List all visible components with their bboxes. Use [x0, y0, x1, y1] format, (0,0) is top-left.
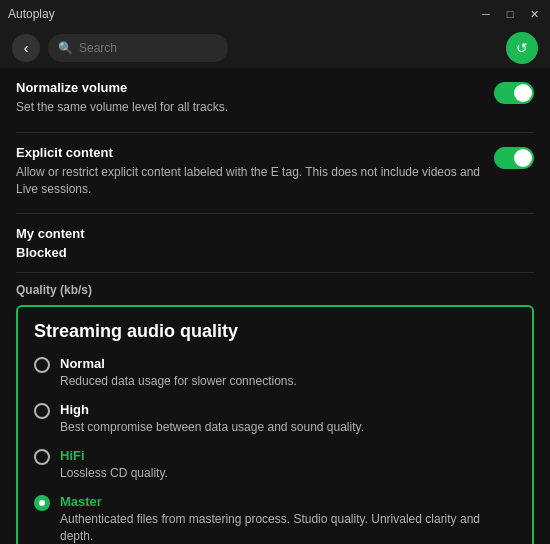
quality-desc-hifi: Lossless CD quality.: [60, 465, 168, 482]
my-content-section: My content Blocked: [16, 214, 534, 273]
quality-option-master[interactable]: Master Authenticated files from masterin…: [34, 494, 516, 544]
my-content-title: My content: [16, 226, 534, 241]
radio-master[interactable]: [34, 495, 50, 511]
explicit-content-desc: Allow or restrict explicit content label…: [16, 164, 482, 198]
explicit-content-section: Explicit content Allow or restrict expli…: [16, 133, 534, 215]
search-box[interactable]: 🔍: [48, 34, 228, 62]
close-button[interactable]: ✕: [526, 6, 542, 22]
radio-normal[interactable]: [34, 357, 50, 373]
quality-desc-normal: Reduced data usage for slower connection…: [60, 373, 297, 390]
quality-name-master: Master: [60, 494, 516, 509]
normalize-volume-section: Normalize volume Set the same volume lev…: [16, 68, 534, 133]
quality-desc-high: Best compromise between data usage and s…: [60, 419, 364, 436]
explicit-content-toggle[interactable]: [494, 147, 534, 169]
refresh-icon: ↺: [516, 40, 528, 56]
blocked-label: Blocked: [16, 245, 534, 260]
search-icon: 🔍: [58, 41, 73, 55]
normalize-volume-row: Normalize volume Set the same volume lev…: [16, 80, 534, 120]
normalize-volume-desc: Set the same volume level for all tracks…: [16, 99, 482, 116]
quality-name-hifi: HiFi: [60, 448, 168, 463]
normalize-volume-info: Normalize volume Set the same volume lev…: [16, 80, 482, 120]
radio-high[interactable]: [34, 403, 50, 419]
quality-name-normal: Normal: [60, 356, 297, 371]
quality-info-high: High Best compromise between data usage …: [60, 402, 364, 436]
radio-hifi[interactable]: [34, 449, 50, 465]
maximize-button[interactable]: □: [502, 6, 518, 22]
quality-label: Quality (kb/s): [16, 273, 534, 305]
normalize-volume-toggle[interactable]: [494, 82, 534, 104]
explicit-content-info: Explicit content Allow or restrict expli…: [16, 145, 482, 202]
quality-option-normal[interactable]: Normal Reduced data usage for slower con…: [34, 356, 516, 390]
quality-option-hifi[interactable]: HiFi Lossless CD quality.: [34, 448, 516, 482]
quality-info-normal: Normal Reduced data usage for slower con…: [60, 356, 297, 390]
streaming-audio-quality-title: Streaming audio quality: [34, 321, 516, 342]
streaming-audio-quality-box: Streaming audio quality Normal Reduced d…: [16, 305, 534, 544]
back-button[interactable]: ‹: [12, 34, 40, 62]
main-content: Normalize volume Set the same volume lev…: [0, 68, 550, 544]
title-bar-controls: ─ □ ✕: [478, 6, 542, 22]
profile-button[interactable]: ↺: [506, 32, 538, 64]
title-bar-title: Autoplay: [8, 7, 55, 21]
explicit-content-row: Explicit content Allow or restrict expli…: [16, 145, 534, 202]
search-input[interactable]: [79, 41, 218, 55]
title-bar: Autoplay ─ □ ✕: [0, 0, 550, 28]
minimize-button[interactable]: ─: [478, 6, 494, 22]
quality-option-high[interactable]: High Best compromise between data usage …: [34, 402, 516, 436]
normalize-volume-title: Normalize volume: [16, 80, 482, 95]
quality-desc-master: Authenticated files from mastering proce…: [60, 511, 516, 544]
quality-info-hifi: HiFi Lossless CD quality.: [60, 448, 168, 482]
quality-name-high: High: [60, 402, 364, 417]
header: ‹ 🔍 ↺: [0, 28, 550, 68]
quality-info-master: Master Authenticated files from masterin…: [60, 494, 516, 544]
explicit-content-title: Explicit content: [16, 145, 482, 160]
